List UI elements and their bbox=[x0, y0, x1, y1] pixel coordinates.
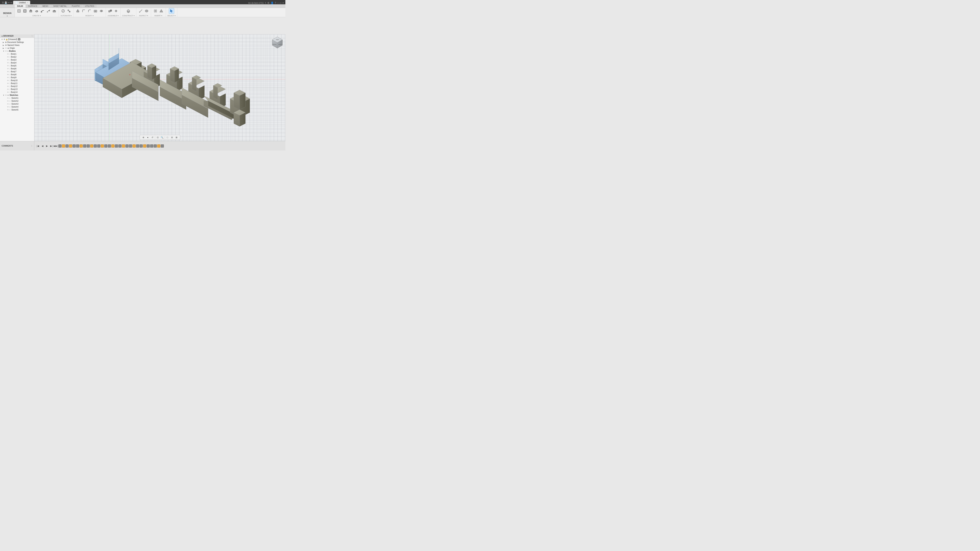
timeline-item-5[interactable] bbox=[73, 144, 76, 148]
tab-plastic[interactable]: PLASTIC bbox=[69, 5, 82, 8]
timeline-item-6[interactable] bbox=[76, 144, 79, 148]
tab-utilities[interactable]: UTILITIES bbox=[83, 5, 97, 8]
tree-body14[interactable]: 👁□Body14 bbox=[0, 91, 34, 94]
effects-btn[interactable]: ⊟ bbox=[170, 135, 174, 139]
timeline-item-21[interactable] bbox=[129, 144, 132, 148]
timeline-end-btn[interactable]: ▶▶| bbox=[54, 144, 58, 148]
timeline-item-14[interactable] bbox=[104, 144, 107, 148]
tab-close-btn[interactable]: × bbox=[27, 2, 28, 3]
tab-solid[interactable]: SOLID bbox=[15, 5, 25, 8]
undo-view-btn[interactable]: ↺ bbox=[150, 135, 154, 139]
tree-sketch1[interactable]: 👁✏Sketch1 bbox=[0, 97, 34, 100]
timeline-item-11[interactable] bbox=[94, 144, 97, 148]
tree-body2[interactable]: 👁□Body2 bbox=[0, 56, 34, 59]
timeline-item-27[interactable] bbox=[150, 144, 153, 148]
main-tab[interactable]: 📄 Untitled × bbox=[13, 1, 30, 4]
browser-menu-btn[interactable]: ⋮ bbox=[31, 35, 33, 37]
tree-doc-settings[interactable]: ▶ ⚙ Document Settings bbox=[0, 41, 34, 44]
combine-btn[interactable] bbox=[99, 8, 104, 14]
orbit-btn[interactable]: ● bbox=[146, 135, 150, 139]
timeline-next-btn[interactable]: ▶| bbox=[49, 144, 53, 148]
redo-icon[interactable]: ↪ bbox=[10, 2, 12, 4]
tree-sketch3[interactable]: 👁✏Sketch3 bbox=[0, 102, 34, 105]
extrude-btn[interactable] bbox=[28, 8, 33, 14]
tree-body4[interactable]: 👁□Body4 bbox=[0, 61, 34, 64]
new-body-btn[interactable] bbox=[22, 8, 28, 14]
expand-origin[interactable]: ▶ bbox=[3, 47, 5, 49]
automate1-btn[interactable] bbox=[60, 8, 66, 14]
tree-sketches[interactable]: ▼ 👁 ✏ Sketches bbox=[0, 94, 34, 97]
tree-sketch5[interactable]: 👁✏Sketch5 bbox=[0, 108, 34, 111]
revolve-btn[interactable] bbox=[34, 8, 40, 14]
timeline-item-13[interactable] bbox=[101, 144, 104, 148]
new-component-btn[interactable] bbox=[16, 8, 22, 14]
timeline-item-12[interactable] bbox=[97, 144, 100, 148]
tree-body5[interactable]: 👁□Body5 bbox=[0, 64, 34, 67]
tree-body10[interactable]: 👁□Body10 bbox=[0, 79, 34, 82]
expand-unsaved[interactable]: ▼ bbox=[1, 38, 3, 40]
offset-plane-btn[interactable] bbox=[126, 8, 131, 14]
zoom-fit-btn[interactable]: ⊡ bbox=[156, 135, 159, 139]
insert-mcmaster-btn[interactable] bbox=[153, 8, 158, 14]
chamfer-btn[interactable] bbox=[87, 8, 92, 14]
timeline-item-23[interactable] bbox=[136, 144, 139, 148]
timeline-item-3[interactable] bbox=[65, 144, 68, 148]
window-help-btn[interactable]: ? bbox=[275, 2, 276, 4]
select-btn[interactable] bbox=[169, 8, 174, 14]
timeline-item-20[interactable] bbox=[126, 144, 129, 148]
timeline-item-24[interactable] bbox=[140, 144, 143, 148]
tab-surface[interactable]: SURFACE bbox=[26, 5, 40, 8]
tab-sheet-metal[interactable]: SHEET METAL bbox=[51, 5, 69, 8]
window-settings-btn[interactable]: ⚙ bbox=[267, 2, 269, 4]
timeline-item-7[interactable] bbox=[80, 144, 83, 148]
tree-named-views[interactable]: ▶ 👁 Named Views bbox=[0, 44, 34, 47]
press-pull-btn[interactable] bbox=[75, 8, 81, 14]
tab-mesh[interactable]: MESH bbox=[40, 5, 51, 8]
timeline-prev-btn[interactable]: ◀ bbox=[40, 144, 44, 148]
loft-btn[interactable] bbox=[46, 8, 51, 14]
timeline-item-25[interactable] bbox=[143, 144, 146, 148]
timeline-start-btn[interactable]: |◀ bbox=[36, 144, 40, 148]
insert-svg-btn[interactable] bbox=[159, 8, 164, 14]
tree-body3[interactable]: 👁□Body3 bbox=[0, 59, 34, 61]
timeline-item-2[interactable] bbox=[62, 144, 65, 148]
tree-body11[interactable]: 👁□Body11 bbox=[0, 82, 34, 85]
timeline-item-8[interactable] bbox=[83, 144, 86, 148]
timeline-item-16[interactable] bbox=[111, 144, 115, 148]
timeline-item-22[interactable] bbox=[132, 144, 136, 148]
timeline-item-9[interactable] bbox=[87, 144, 90, 148]
timeline-item-26[interactable] bbox=[146, 144, 150, 148]
zoom-btn[interactable]: 🔍 bbox=[160, 135, 164, 139]
expand-sketches[interactable]: ▼ bbox=[3, 94, 5, 96]
tree-body12[interactable]: 👁□Body12 bbox=[0, 85, 34, 88]
window-max-btn[interactable]: □ bbox=[280, 2, 281, 4]
navigation-cube[interactable]: TOP FRONT RIGHT bbox=[271, 36, 284, 49]
new-component-assemble-btn[interactable] bbox=[107, 8, 113, 14]
timeline-item-30[interactable] bbox=[161, 144, 164, 148]
tree-body9[interactable]: 👁□Body9 bbox=[0, 76, 34, 79]
timeline-item-15[interactable] bbox=[108, 144, 111, 148]
shell-btn[interactable] bbox=[93, 8, 98, 14]
window-min-btn[interactable]: − bbox=[277, 2, 279, 4]
expand-bodies[interactable]: ▼ bbox=[3, 50, 5, 52]
tree-origin[interactable]: ▶ 👁 ⊕ Origin bbox=[0, 47, 34, 49]
hole-btn[interactable] bbox=[51, 8, 57, 14]
timeline-item-19[interactable] bbox=[122, 144, 125, 148]
tree-unsaved[interactable]: ▼ 👁 🔒 [Unsaved] ● bbox=[0, 38, 34, 41]
menu-icon[interactable]: ☰ bbox=[2, 2, 4, 4]
timeline-item-10[interactable] bbox=[90, 144, 93, 148]
timeline-item-4[interactable] bbox=[69, 144, 72, 148]
save-icon[interactable]: 💾 bbox=[5, 2, 7, 4]
joint-btn[interactable] bbox=[113, 8, 119, 14]
display-mode-btn[interactable]: □ bbox=[165, 135, 169, 139]
tree-body1[interactable]: 👁□Body1 bbox=[0, 52, 34, 56]
timeline-item-29[interactable] bbox=[157, 144, 160, 148]
timeline-play-btn[interactable]: ▶ bbox=[45, 144, 49, 148]
timeline-item-17[interactable] bbox=[115, 144, 118, 148]
fillet-btn[interactable] bbox=[81, 8, 86, 14]
collapse-sidebar-btn[interactable]: ◀ bbox=[1, 35, 3, 37]
undo-icon[interactable]: ↩ bbox=[8, 2, 10, 4]
app-menu-icons[interactable]: ☰ 💾 ↩ ↪ bbox=[1, 2, 13, 4]
measure-btn[interactable] bbox=[138, 8, 143, 14]
reorient-btn[interactable]: ⊕ bbox=[141, 135, 145, 139]
